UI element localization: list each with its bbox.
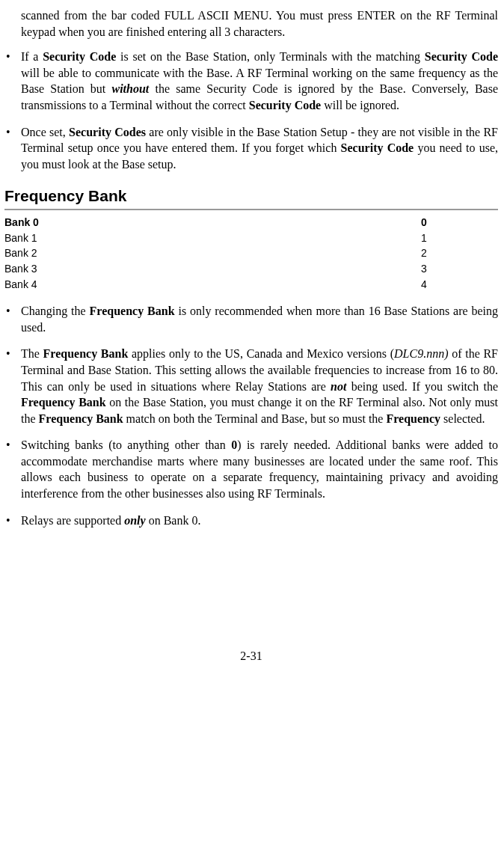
term-frequency-bank: Frequency Bank	[43, 347, 129, 360]
term-frequency-bank: Frequency Bank	[21, 396, 106, 409]
bullet-switching-banks: Switching banks (to anything other than …	[4, 437, 498, 501]
bullet-relays-supported: Relays are supported only on Bank 0.	[4, 513, 498, 529]
term-not: not	[331, 380, 346, 393]
frequency-bank-table: Bank 0 0 Bank 1 1 Bank 2 2 Bank 3 3 Bank…	[4, 215, 498, 293]
bank-label: Bank 4	[4, 277, 350, 293]
bank-label: Bank 1	[4, 230, 350, 246]
intro-paragraph: scanned from the bar coded FULL ASCII ME…	[21, 7, 498, 40]
table-row: Bank 1 1	[4, 230, 498, 246]
term-without: without	[111, 82, 149, 95]
term-security-code: Security Code	[43, 50, 116, 63]
bullet-change-recommended: Changing the Frequency Bank is only reco…	[4, 303, 498, 335]
top-bullet-list: If a Security Code is set on the Base St…	[4, 49, 498, 172]
bottom-bullet-list: Changing the Frequency Bank is only reco…	[4, 303, 498, 528]
term-security-code: Security Code	[249, 99, 321, 111]
bullet-security-code-match: If a Security Code is set on the Base St…	[4, 49, 498, 113]
bank-label: Bank 0	[4, 215, 350, 230]
page-number: 2-31	[4, 648, 498, 664]
term-zero: 0	[231, 438, 237, 451]
bank-value: 0	[350, 215, 498, 230]
term-frequency: Frequency	[386, 412, 440, 425]
bank-value: 1	[350, 230, 498, 246]
bank-value: 3	[350, 261, 498, 277]
section-heading-frequency-bank: Frequency Bank	[4, 186, 498, 210]
term-security-code: Security Code	[425, 50, 498, 63]
term-security-code: Security Code	[341, 141, 414, 154]
bank-label: Bank 2	[4, 245, 350, 261]
intro-text: scanned from the bar coded FULL ASCII ME…	[21, 9, 498, 38]
table-row: Bank 0 0	[4, 215, 498, 230]
term-security-codes: Security Codes	[69, 126, 146, 138]
bullet-applies-us-canada-mexico: The Frequency Bank applies only to the U…	[4, 346, 498, 426]
term-frequency-bank: Frequency Bank	[39, 412, 123, 425]
bank-value: 2	[350, 245, 498, 261]
term-dlc9: DLC9.nnn)	[394, 347, 448, 360]
table-row: Bank 4 4	[4, 277, 498, 293]
bank-label: Bank 3	[4, 261, 350, 277]
term-only: only	[124, 514, 145, 527]
bank-value: 4	[350, 277, 498, 293]
bullet-security-code-visibility: Once set, Security Codes are only visibl…	[4, 124, 498, 173]
table-row: Bank 2 2	[4, 245, 498, 261]
term-frequency-bank: Frequency Bank	[90, 305, 175, 317]
table-row: Bank 3 3	[4, 261, 498, 277]
